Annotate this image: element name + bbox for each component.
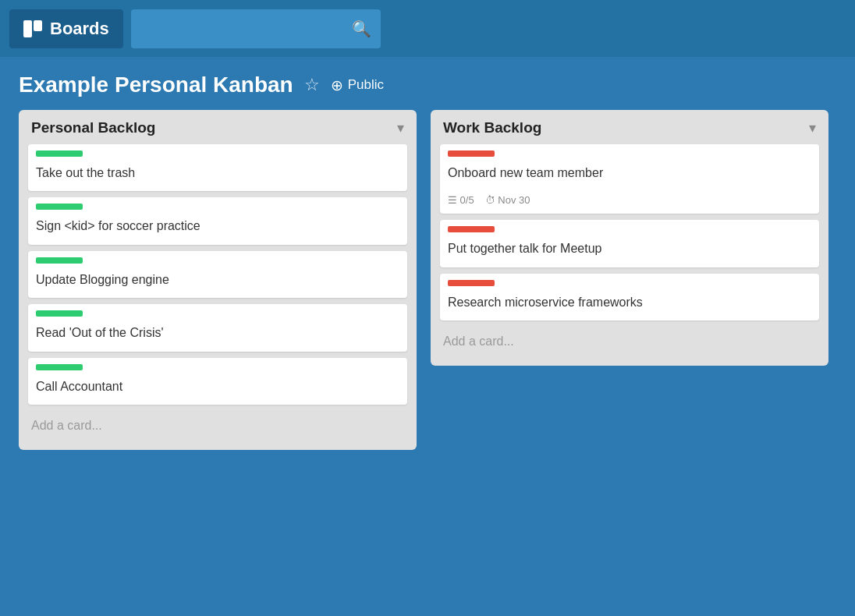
boards-label: Boards bbox=[50, 19, 109, 39]
label-red bbox=[448, 226, 495, 232]
label-green bbox=[36, 310, 83, 317]
card-title: Call Accountant bbox=[28, 375, 407, 405]
column-personal-backlog: Personal Backlog▾Take out the trashSign … bbox=[19, 110, 417, 450]
card[interactable]: Onboard new team member☰ 0/5⏱ Nov 30 bbox=[440, 144, 819, 214]
board-title-area: Example Personal Kanban ☆ ⊕ Public bbox=[0, 57, 855, 110]
card-title: Put together talk for Meetup bbox=[440, 237, 819, 267]
card-meta: ☰ 0/5⏱ Nov 30 bbox=[440, 191, 819, 214]
column-title: Personal Backlog bbox=[31, 119, 155, 136]
boards-icon bbox=[23, 20, 42, 37]
card-title: Sign <kid> for soccer practice bbox=[28, 214, 407, 244]
header: Boards 🔍 bbox=[0, 0, 855, 57]
svg-rect-1 bbox=[34, 20, 42, 31]
card[interactable]: Update Blogging engine bbox=[28, 251, 407, 298]
card-title: Update Blogging engine bbox=[28, 268, 407, 298]
column-header: Work Backlog▾ bbox=[440, 119, 819, 136]
column-header: Personal Backlog▾ bbox=[28, 119, 407, 136]
boards-button[interactable]: Boards bbox=[9, 9, 123, 48]
column-menu-icon[interactable]: ▾ bbox=[809, 119, 816, 136]
globe-icon: ⊕ bbox=[331, 76, 343, 94]
search-bar: 🔍 bbox=[131, 9, 381, 48]
add-card-button[interactable]: Add a card... bbox=[440, 327, 819, 356]
card[interactable]: Read 'Out of the Crisis' bbox=[28, 304, 407, 351]
label-green bbox=[36, 150, 83, 157]
search-input[interactable] bbox=[140, 22, 346, 36]
card-title: Onboard new team member bbox=[440, 161, 819, 191]
visibility-label: Public bbox=[348, 77, 384, 93]
board-title: Example Personal Kanban bbox=[19, 73, 293, 97]
card[interactable]: Put together talk for Meetup bbox=[440, 220, 819, 267]
star-icon[interactable]: ☆ bbox=[304, 75, 320, 95]
card[interactable]: Research microservice frameworks bbox=[440, 274, 819, 320]
label-green bbox=[36, 204, 83, 210]
column-menu-icon[interactable]: ▾ bbox=[397, 119, 404, 136]
kanban-area: Personal Backlog▾Take out the trashSign … bbox=[0, 110, 855, 450]
column-title: Work Backlog bbox=[443, 119, 541, 136]
card[interactable]: Sign <kid> for soccer practice bbox=[28, 197, 407, 244]
label-green bbox=[36, 364, 83, 370]
card-title: Research microservice frameworks bbox=[440, 291, 819, 320]
meta-checklist: ☰ 0/5 bbox=[448, 194, 474, 206]
card[interactable]: Take out the trash bbox=[28, 144, 407, 191]
label-red bbox=[448, 280, 495, 286]
card[interactable]: Call Accountant bbox=[28, 358, 407, 405]
label-red bbox=[448, 150, 495, 157]
card-title: Take out the trash bbox=[28, 161, 407, 191]
column-work-backlog: Work Backlog▾Onboard new team member☰ 0/… bbox=[431, 110, 828, 366]
add-card-button[interactable]: Add a card... bbox=[28, 411, 407, 441]
card-title: Read 'Out of the Crisis' bbox=[28, 321, 407, 351]
search-icon: 🔍 bbox=[352, 19, 371, 38]
svg-rect-0 bbox=[23, 20, 32, 37]
meta-clock: ⏱ Nov 30 bbox=[485, 194, 530, 206]
label-green bbox=[36, 257, 83, 264]
visibility-badge[interactable]: ⊕ Public bbox=[331, 76, 384, 94]
